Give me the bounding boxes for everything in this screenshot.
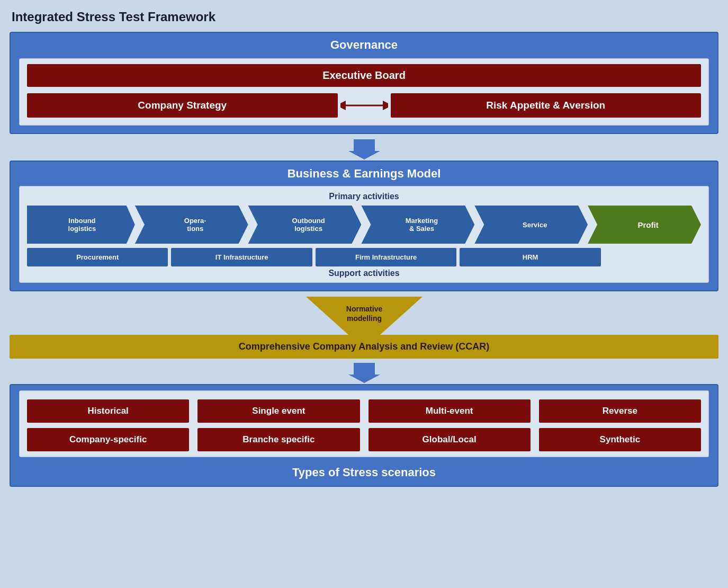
chevron-inbound: Inboundlogistics [27, 206, 135, 244]
support-row: Procurement IT Infrastructure Firm Infra… [27, 248, 701, 266]
chevron-row: Inboundlogistics Opera-tions Outboundlog… [27, 206, 701, 244]
stress-single-event: Single event [197, 399, 359, 423]
stress-grid: Historical Single event Multi-event Reve… [27, 399, 701, 451]
stress-branche-specific: Branche specific [197, 428, 359, 451]
chevron-operations: Opera-tions [135, 206, 248, 244]
svg-marker-1 [348, 139, 380, 159]
page-title: Integrated Stress Test Framework [10, 10, 718, 24]
stress-section: Historical Single event Multi-event Reve… [10, 384, 718, 487]
stress-inner: Historical Single event Multi-event Reve… [19, 390, 709, 457]
down-arrow-1 [10, 139, 718, 159]
risk-appetite-box: Risk Appetite & Aversion [391, 93, 702, 118]
chevron-service: Service [474, 206, 588, 244]
stress-reverse: Reverse [539, 399, 701, 423]
stress-global-local: Global/Local [369, 428, 531, 451]
stress-title: Types of Stress scenarios [19, 462, 709, 480]
support-hrm: HRM [460, 248, 600, 266]
support-activities-label: Support activities [27, 269, 701, 278]
bidirectional-arrow [338, 97, 391, 113]
chevron-label-inbound: Inboundlogistics [68, 217, 96, 233]
support-firm: Firm Infrastructure [316, 248, 456, 266]
chevron-label-operations: Opera-tions [184, 217, 206, 233]
ccar-bar: Comprehensive Company Analysis and Revie… [10, 335, 718, 359]
bem-title: Business & Earnings Model [19, 167, 709, 181]
executive-board-bar: Executive Board [27, 64, 701, 87]
governance-title: Governance [19, 38, 709, 52]
normative-modelling-shape: Normative modelling [306, 297, 423, 335]
svg-text:modelling: modelling [346, 314, 381, 323]
chevron-label-profit: Profit [637, 220, 658, 229]
stress-company-specific: Company-specific [27, 428, 189, 451]
primary-activities-label: Primary activities [27, 192, 701, 201]
svg-marker-5 [348, 363, 380, 383]
support-procurement: Procurement [27, 248, 168, 266]
governance-section: Governance Executive Board Company Strat… [10, 32, 718, 134]
company-strategy-box: Company Strategy [27, 93, 338, 118]
governance-inner: Executive Board Company Strategy Ris [19, 58, 709, 126]
chevron-label-outbound: Outboundlogistics [292, 217, 325, 233]
svg-text:Normative: Normative [346, 305, 382, 313]
stress-historical: Historical [27, 399, 189, 423]
chevron-profit: Profit [588, 206, 701, 244]
stress-multi-event: Multi-event [369, 399, 531, 423]
normative-modelling-wrapper: Normative modelling [10, 297, 718, 335]
bem-inner: Primary activities Inboundlogistics Oper… [19, 186, 709, 283]
chevron-marketing: Marketing& Sales [361, 206, 474, 244]
chevron-outbound: Outboundlogistics [248, 206, 362, 244]
stress-synthetic: Synthetic [539, 428, 701, 451]
chevron-label-marketing: Marketing& Sales [406, 217, 438, 233]
down-arrow-2 [10, 363, 718, 383]
chevron-label-service: Service [523, 221, 547, 229]
strategy-row: Company Strategy Risk Appetite & Aversio… [27, 93, 701, 118]
bem-section: Business & Earnings Model Primary activi… [10, 161, 718, 291]
support-it: IT Infrastructure [171, 248, 312, 266]
